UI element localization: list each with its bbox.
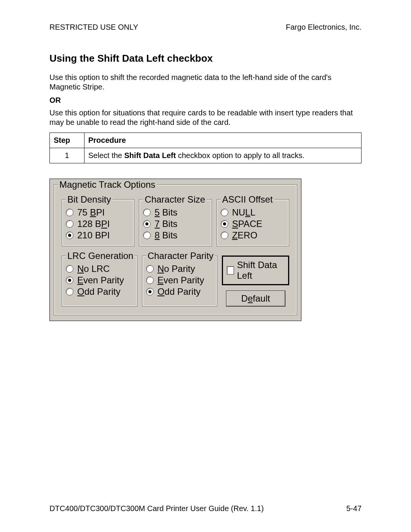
footer-right: 5-47 [346, 504, 362, 513]
radio-icon [146, 288, 154, 296]
radio-null[interactable]: NULL [221, 207, 285, 218]
radio-icon [66, 209, 73, 216]
radio-7-bits[interactable]: 7 Bits [143, 219, 207, 229]
magnetic-track-options-dialog: Magnetic Track Options Bit Density 75 BP… [49, 179, 301, 321]
radio-icon [66, 265, 73, 273]
radio-icon [221, 220, 228, 228]
group-character-parity: Character Parity No Parity Even Parity O… [142, 256, 218, 307]
radio-icon [66, 220, 73, 228]
radio-parity-even[interactable]: Even Parity [146, 275, 213, 286]
radio-zero[interactable]: ZERO [221, 230, 285, 241]
radio-space[interactable]: SPACE [221, 219, 285, 229]
radio-icon [143, 232, 151, 239]
radio-8-bits[interactable]: 8 Bits [143, 230, 207, 241]
or-label: OR [49, 96, 362, 105]
radio-128-bpi[interactable]: 128 BPI [66, 219, 130, 229]
header-right: Fargo Electronics, Inc. [286, 23, 362, 32]
section-title: Using the Shift Data Left checkbox [49, 53, 362, 64]
radio-icon [221, 232, 228, 239]
group-ascii-offset: ASCII Offset NULL SPACE ZERO [217, 199, 289, 246]
table-row: 1 Select the Shift Data Left checkbox op… [50, 148, 362, 163]
radio-icon [221, 209, 228, 216]
header-left: RESTRICTED USE ONLY [49, 23, 138, 32]
radio-75-bpi[interactable]: 75 BPI [66, 207, 130, 218]
radio-lrc-odd[interactable]: Odd Parity [66, 286, 133, 297]
default-button[interactable]: Default [226, 291, 285, 307]
checkbox-icon [227, 266, 234, 275]
radio-icon [66, 288, 73, 296]
shift-data-left-checkbox[interactable]: Shift Data Left [222, 256, 289, 285]
radio-icon [143, 220, 151, 228]
group-bit-density: Bit Density 75 BPI 128 BPI 210 BPI [62, 199, 134, 246]
col-procedure: Procedure [84, 133, 362, 148]
radio-icon [146, 276, 154, 284]
radio-icon [143, 209, 151, 216]
procedure-table: Step Procedure 1 Select the Shift Data L… [49, 133, 362, 163]
radio-5-bits[interactable]: 5 Bits [143, 207, 207, 218]
group-magnetic-track-options: Magnetic Track Options [58, 179, 157, 190]
radio-icon [66, 276, 73, 284]
group-lrc-generation: LRC Generation No LRC Even Parity Odd Pa… [62, 256, 137, 307]
page-footer: DTC400/DTC300/DTC300M Card Printer User … [49, 504, 362, 513]
group-character-size: Character Size 5 Bits 7 Bits 8 Bits [139, 199, 212, 246]
page-header: RESTRICTED USE ONLY Fargo Electronics, I… [49, 23, 362, 32]
col-step: Step [50, 133, 84, 148]
paragraph-2: Use this option for situations that requ… [49, 108, 362, 127]
radio-no-lrc[interactable]: No LRC [66, 264, 133, 274]
radio-lrc-even[interactable]: Even Parity [66, 275, 133, 286]
step-number: 1 [50, 148, 84, 163]
radio-no-parity[interactable]: No Parity [146, 264, 213, 274]
footer-left: DTC400/DTC300/DTC300M Card Printer User … [49, 504, 264, 513]
radio-parity-odd[interactable]: Odd Parity [146, 286, 213, 297]
procedure-text: Select the Shift Data Left checkbox opti… [84, 148, 362, 163]
paragraph-1: Use this option to shift the recorded ma… [49, 73, 362, 92]
radio-210-bpi[interactable]: 210 BPI [66, 230, 130, 241]
radio-icon [66, 232, 73, 239]
radio-icon [146, 265, 154, 273]
